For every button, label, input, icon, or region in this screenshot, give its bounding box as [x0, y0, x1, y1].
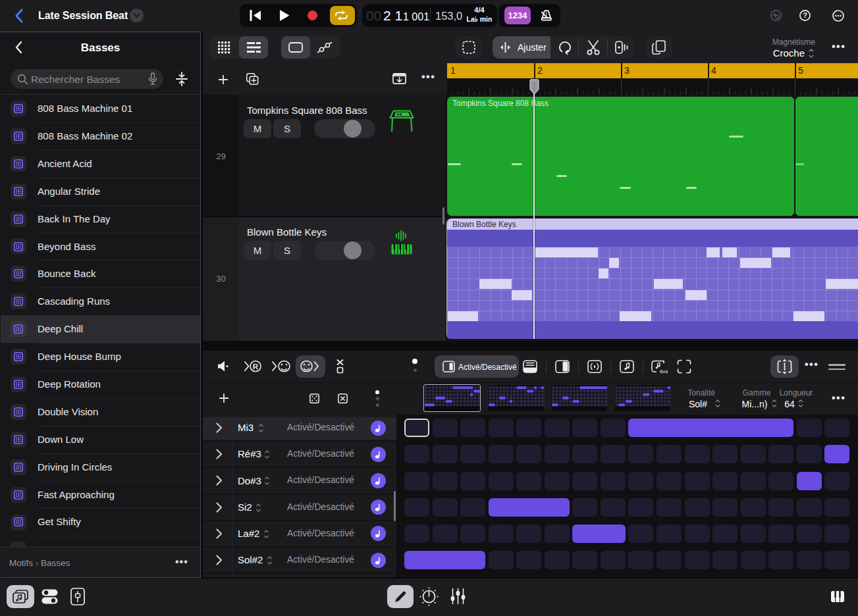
svg-text:R: R: [253, 363, 259, 371]
svg-text:?: ?: [803, 11, 807, 19]
svg-text:8va: 8va: [660, 369, 668, 374]
